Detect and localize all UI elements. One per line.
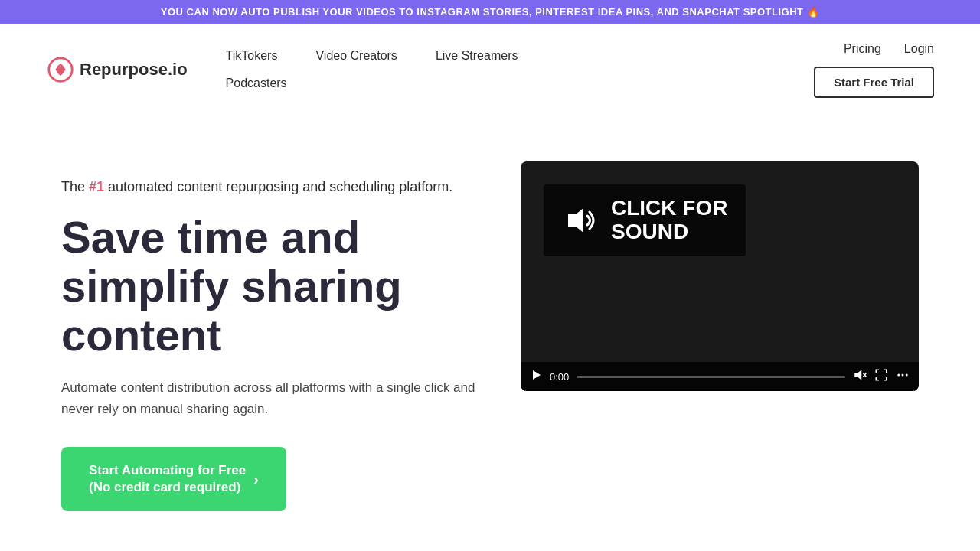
play-icon bbox=[530, 369, 542, 381]
nav-row-top: TikTokers Video Creators Live Streamers bbox=[226, 46, 814, 66]
video-more-button[interactable] bbox=[896, 368, 910, 385]
click-for-sound-overlay[interactable]: CLICK FOR SOUND bbox=[544, 184, 746, 256]
start-trial-button[interactable]: Start Free Trial bbox=[814, 67, 934, 98]
svg-marker-1 bbox=[533, 370, 541, 380]
cta-line2: (No credit card required) bbox=[89, 479, 246, 496]
subtitle-post: automated content repurposing and schedu… bbox=[104, 179, 452, 194]
more-icon bbox=[896, 368, 910, 382]
click-for-sound-line1: CLICK FOR bbox=[611, 196, 727, 220]
announcement-banner: YOU CAN NOW AUTO PUBLISH YOUR VIDEOS TO … bbox=[0, 0, 980, 24]
nav-tiktokers[interactable]: TikTokers bbox=[226, 46, 278, 66]
cta-line1: Start Automating for Free bbox=[89, 462, 246, 479]
nav-row-bottom: Podcasters bbox=[226, 73, 814, 93]
click-for-sound-line2: SOUND bbox=[611, 220, 688, 243]
svg-marker-0 bbox=[568, 208, 583, 233]
cta-text: Start Automating for Free (No credit car… bbox=[89, 462, 246, 496]
nav-video-creators[interactable]: Video Creators bbox=[315, 46, 397, 66]
navbar: Repurpose.io TikTokers Video Creators Li… bbox=[0, 24, 980, 116]
logo-text: Repurpose.io bbox=[80, 60, 188, 80]
svg-marker-2 bbox=[854, 370, 861, 380]
cta-button[interactable]: Start Automating for Free (No credit car… bbox=[61, 447, 286, 511]
cta-arrow: › bbox=[253, 469, 259, 489]
hero-title: Save time and simplify sharing content bbox=[61, 213, 490, 359]
video-mute-button[interactable] bbox=[853, 368, 867, 385]
video-controls: 0:00 bbox=[521, 362, 919, 391]
logo-icon bbox=[46, 55, 75, 84]
hero-description: Automate content distribution across all… bbox=[61, 377, 490, 419]
hero-title-line2: simplify sharing bbox=[61, 261, 402, 311]
speaker-icon bbox=[562, 202, 599, 239]
video-player[interactable]: CLICK FOR SOUND 0:00 bbox=[521, 161, 919, 391]
subtitle-highlight: #1 bbox=[89, 179, 104, 194]
svg-point-7 bbox=[906, 374, 908, 377]
video-time: 0:00 bbox=[550, 371, 569, 383]
click-for-sound-text: CLICK FOR SOUND bbox=[611, 197, 727, 244]
video-inner: CLICK FOR SOUND bbox=[521, 161, 919, 391]
svg-point-6 bbox=[902, 374, 904, 377]
hero-subtitle: The #1 automated content repurposing and… bbox=[61, 177, 490, 197]
logo-link[interactable]: Repurpose.io bbox=[46, 55, 188, 84]
nav-live-streamers[interactable]: Live Streamers bbox=[436, 46, 518, 66]
svg-point-5 bbox=[897, 374, 900, 377]
subtitle-pre: The bbox=[61, 179, 89, 194]
nav-login[interactable]: Login bbox=[904, 42, 934, 56]
video-play-button[interactable] bbox=[530, 369, 542, 384]
hero-title-line3: content bbox=[61, 310, 221, 360]
video-progress-bar[interactable] bbox=[577, 376, 845, 378]
fullscreen-icon bbox=[874, 368, 888, 382]
nav-main: TikTokers Video Creators Live Streamers … bbox=[226, 46, 814, 93]
banner-text: YOU CAN NOW AUTO PUBLISH YOUR VIDEOS TO … bbox=[161, 6, 819, 18]
nav-pricing[interactable]: Pricing bbox=[844, 42, 881, 56]
hero-title-line1: Save time and bbox=[61, 212, 360, 262]
nav-podcasters[interactable]: Podcasters bbox=[226, 73, 287, 93]
nav-right-section: Pricing Login Start Free Trial bbox=[814, 42, 934, 98]
hero-right: CLICK FOR SOUND 0:00 bbox=[521, 161, 919, 391]
hero-section: The #1 automated content repurposing and… bbox=[0, 116, 980, 542]
video-controls-right bbox=[853, 368, 910, 385]
mute-icon bbox=[853, 368, 867, 382]
hero-left: The #1 automated content repurposing and… bbox=[61, 161, 490, 511]
nav-right-row-top: Pricing Login bbox=[844, 42, 934, 56]
video-fullscreen-button[interactable] bbox=[874, 368, 888, 385]
